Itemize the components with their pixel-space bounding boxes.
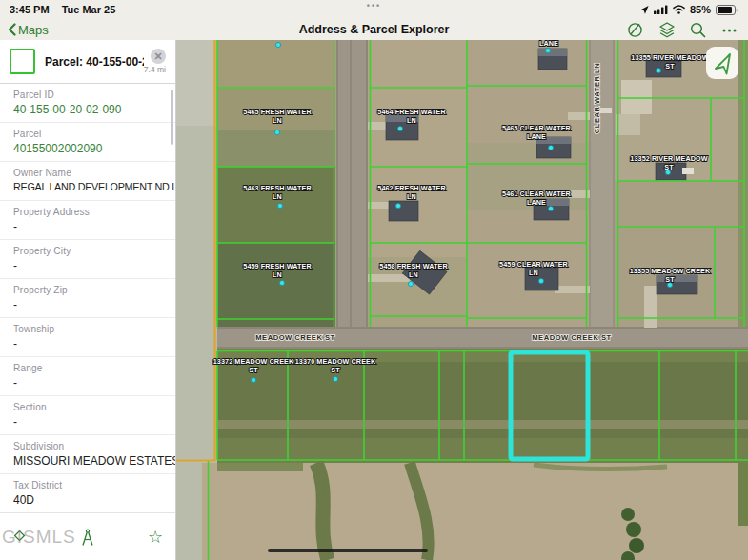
status-date: Tue Mar 25 [62, 4, 116, 15]
field-parcel-id: Parcel ID 40-155-00-20-02-090 [0, 84, 175, 123]
star-icon[interactable]: ☆ [148, 529, 163, 546]
attribute-list: Parcel ID 40-155-00-20-02-090 Parcel 401… [0, 84, 175, 518]
nav-bar: Maps Address & Parcel Explorer [0, 19, 748, 41]
field-property-zip: Property Zip - [0, 279, 175, 318]
sidebar-scrollbar[interactable] [171, 90, 173, 145]
battery-percent: 85% [690, 4, 711, 15]
field-property-city: Property City - [0, 240, 175, 279]
street-name-label: CLEAR WATER LN [593, 63, 601, 133]
multitask-dots-icon: ••• [367, 1, 381, 10]
parcel-address-label: LANE [539, 40, 558, 48]
home-indicator[interactable] [268, 549, 428, 552]
field-range: Range - [0, 357, 175, 396]
field-subdivision: Subdivision MISSOURI MEADOW ESTATES [0, 435, 175, 474]
battery-icon [716, 5, 738, 15]
street-name-label: MEADOW CREEK ST [532, 333, 611, 342]
ipad-screen: 3:45 PM Tue Mar 25 ••• 85% [0, 0, 748, 560]
location-arrow-icon [640, 6, 649, 14]
field-value-link[interactable]: 40155002002090 [13, 142, 175, 155]
field-property-address: Property Address - [0, 201, 175, 240]
draw-sketch-button[interactable] [626, 21, 644, 39]
watermark: GISMLS [2, 527, 76, 548]
aerial-terrain [176, 40, 748, 560]
field-tax-district: Tax District 40D [0, 474, 175, 513]
gps-locate-button[interactable] [706, 47, 738, 79]
status-bar: 3:45 PM Tue Mar 25 ••• 85% [0, 0, 748, 19]
search-button[interactable] [689, 21, 707, 39]
field-section: Section - [0, 396, 175, 435]
field-value-link[interactable]: 40-155-00-20-02-090 [13, 103, 175, 116]
status-right: 85% [640, 4, 738, 15]
map[interactable]: LANE 13355 RIVER MEADOWST 5465 FRESH WAT… [176, 40, 748, 560]
cellular-signal-icon [654, 5, 668, 14]
status-time: 3:45 PM [10, 4, 50, 15]
compass-icon[interactable] [80, 529, 95, 550]
wifi-icon [673, 5, 685, 14]
more-button[interactable] [720, 21, 738, 39]
parcel-distance: 7.4 mi [144, 65, 166, 74]
status-left: 3:45 PM Tue Mar 25 [10, 4, 125, 15]
parcel-info-panel: Parcel: 40-155-00-20-0... ✕ 7.4 mi Parce… [0, 40, 176, 560]
close-icon[interactable]: ✕ [151, 49, 166, 64]
street-name-label: MEADOW CREEK ST [255, 333, 334, 342]
layers-button[interactable] [657, 21, 676, 39]
parcel-card-title: Parcel: 40-155-00-20-0... [45, 55, 144, 69]
nav-toolbar [626, 19, 738, 40]
parcel-card-header: Parcel: 40-155-00-20-0... ✕ 7.4 mi [0, 40, 175, 84]
field-township: Township - [0, 318, 175, 357]
field-owner-name: Owner Name REGAL LAND DEVELOPMENT ND LLC [0, 162, 175, 201]
parcel-symbol-swatch [10, 49, 35, 74]
panel-footer-toolbar: GISMLS ☆ [0, 518, 175, 560]
map-canvas[interactable]: LANE 13355 RIVER MEADOWST 5465 FRESH WAT… [176, 40, 748, 560]
field-parcel: Parcel 40155002002090 [0, 123, 175, 162]
